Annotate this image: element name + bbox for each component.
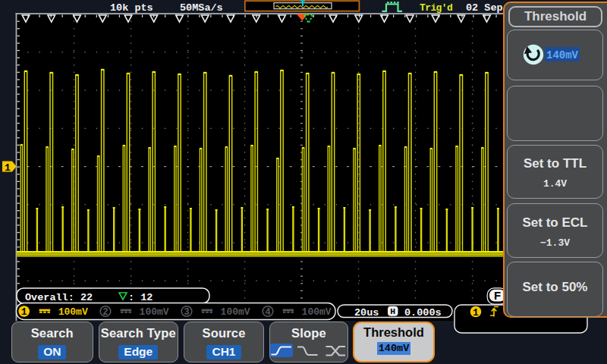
svg-text:20us: 20us [354,307,379,318]
svg-text:10k pts: 10k pts [110,2,153,14]
svg-text:100mV: 100mV [302,306,332,318]
svg-text:1: 1 [5,162,11,174]
svg-text:1: 1 [473,307,479,318]
svg-text:100mV: 100mV [140,306,169,318]
svg-text:2: 2 [102,307,109,318]
svg-text:Trig'd: Trig'd [420,2,452,14]
svg-text:: 12: : 12 [128,292,153,303]
svg-text:100mV: 100mV [221,306,250,318]
svg-text:0.000s: 0.000s [404,307,442,318]
svg-text:Overall: 22: Overall: 22 [25,292,93,303]
svg-text:4: 4 [265,307,271,318]
svg-text:140mV: 140mV [546,49,579,61]
svg-text:F: F [494,289,501,302]
svg-text:100mV: 100mV [58,306,88,318]
svg-text:3: 3 [184,307,190,318]
svg-text:50MSa/s: 50MSa/s [180,2,223,14]
svg-text:H: H [390,306,395,316]
svg-text:02 Sep: 02 Sep [466,2,503,14]
svg-text:1: 1 [21,306,27,318]
